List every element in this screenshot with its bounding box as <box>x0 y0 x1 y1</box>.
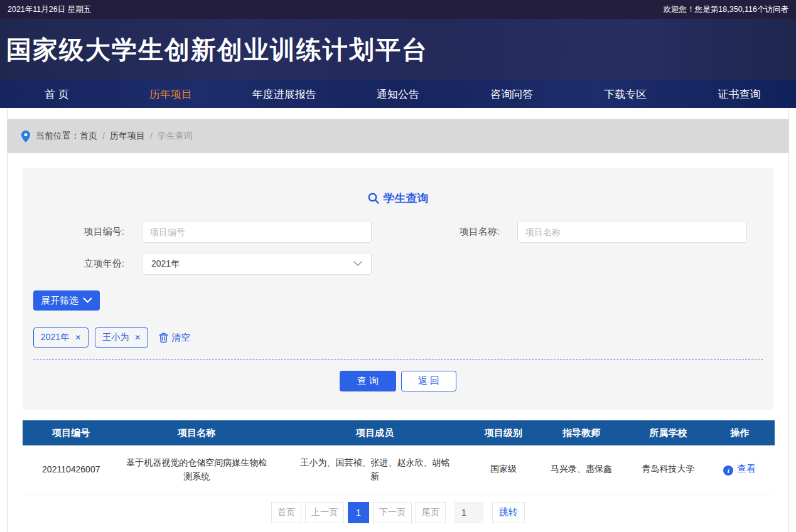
filter-tag-year[interactable]: 2021年 ✕ <box>33 327 89 348</box>
site-title: 国家级大学生创新创业训练计划平台 <box>0 33 428 67</box>
col-header-code: 项目编号 <box>23 420 120 445</box>
location-pin-icon <box>21 130 30 142</box>
col-header-level: 项目级别 <box>476 420 530 445</box>
page-jump-button[interactable]: 跳转 <box>492 502 525 523</box>
view-link[interactable]: 查看 <box>737 463 756 474</box>
year-select[interactable]: 2021年 <box>142 253 372 275</box>
cell-level: 国家级 <box>476 445 530 494</box>
clear-filters-label: 清空 <box>171 332 190 344</box>
year-select-value: 2021年 <box>151 258 180 270</box>
trash-icon <box>159 332 168 343</box>
breadcrumb-past-projects[interactable]: 历年项目 <box>110 130 145 142</box>
topbar-date: 2021年11月26日 星期五 <box>8 4 91 15</box>
remove-tag-icon[interactable]: ✕ <box>134 333 141 342</box>
col-header-members: 项目成员 <box>274 420 476 445</box>
expand-filter-button[interactable]: 展开筛选 <box>33 290 100 311</box>
page-number-current[interactable]: 1 <box>348 502 369 523</box>
breadcrumb-separator: / <box>150 131 153 141</box>
project-name-input[interactable] <box>517 221 747 243</box>
page-jump-input[interactable] <box>454 502 483 523</box>
filter-tag-label: 2021年 <box>41 332 69 343</box>
query-button[interactable]: 查 询 <box>340 371 396 391</box>
breadcrumb-home[interactable]: 首页 <box>80 130 97 142</box>
cell-project-name: 基于机器视觉的仓储空间病媒生物检测系统 <box>120 445 274 494</box>
nav-item-downloads[interactable]: 下载专区 <box>569 80 682 108</box>
cell-school: 青岛科技大学 <box>632 445 704 494</box>
search-icon <box>368 193 379 204</box>
topbar-welcome: 欢迎您！您是第18,350,116个访问者 <box>664 4 788 15</box>
remove-tag-icon[interactable]: ✕ <box>75 333 81 342</box>
nav-item-past-projects[interactable]: 历年项目 <box>114 80 227 108</box>
filter-tag-student[interactable]: 王小为 ✕ <box>95 327 148 348</box>
page-last-button[interactable]: 尾页 <box>416 502 446 523</box>
table-header-row: 项目编号 项目名称 项目成员 项目级别 指导教师 所属学校 操作 <box>23 420 775 445</box>
expand-filter-label: 展开筛选 <box>41 295 78 307</box>
nav-item-annual-report[interactable]: 年度进展报告 <box>227 80 341 108</box>
project-code-label: 项目编号: <box>23 226 142 238</box>
nav-item-notices[interactable]: 通知公告 <box>341 80 454 108</box>
breadcrumb-current: 学生查询 <box>158 130 193 142</box>
main-nav: 首 页 历年项目 年度进展报告 通知公告 咨询问答 下载专区 证书查询 <box>0 80 796 108</box>
col-header-school: 所属学校 <box>632 420 704 445</box>
year-label: 立项年份: <box>23 258 142 270</box>
cell-action: i查看 <box>705 445 775 494</box>
page-body: 当前位置： 首页 / 历年项目 / 学生查询 学生查询 项目编号: 项目名称: <box>7 108 789 532</box>
col-header-name: 项目名称 <box>120 420 274 445</box>
breadcrumb: 当前位置： 首页 / 历年项目 / 学生查询 <box>8 119 788 153</box>
nav-item-qa[interactable]: 咨询问答 <box>455 80 569 108</box>
info-icon: i <box>723 466 733 476</box>
cell-project-code: 202110426007 <box>23 445 120 494</box>
dashed-divider <box>33 359 763 359</box>
search-title: 学生查询 <box>23 191 773 206</box>
search-title-text: 学生查询 <box>384 191 429 206</box>
results-table: 项目编号 项目名称 项目成员 项目级别 指导教师 所属学校 操作 2021104… <box>23 420 775 494</box>
clear-filters-button[interactable]: 清空 <box>159 332 190 344</box>
project-name-label: 项目名称: <box>398 226 517 238</box>
topbar: 2021年11月26日 星期五 欢迎您！您是第18,350,116个访问者 <box>0 0 796 19</box>
back-button[interactable]: 返 回 <box>401 371 456 391</box>
site-header: 国家级大学生创新创业训练计划平台 <box>0 19 796 80</box>
filter-tag-label: 王小为 <box>102 332 129 343</box>
col-header-teachers: 指导教师 <box>531 420 632 445</box>
pagination: 首页 上一页 1 下一页 尾页 跳转 <box>8 502 788 523</box>
cell-members: 王小为、国芸祯、张进、赵永欣、胡铭新 <box>274 445 476 494</box>
breadcrumb-label: 当前位置： <box>36 130 80 142</box>
filter-tags-row: 2021年 ✕ 王小为 ✕ 清空 <box>33 327 773 348</box>
cell-teachers: 马兴录、惠保鑫 <box>531 445 632 494</box>
chevron-down-icon <box>83 297 92 304</box>
nav-item-certificate[interactable]: 证书查询 <box>682 80 796 108</box>
col-header-action: 操作 <box>705 420 775 445</box>
page-next-button[interactable]: 下一页 <box>373 502 412 523</box>
page-prev-button[interactable]: 上一页 <box>305 502 344 523</box>
chevron-down-icon <box>353 261 362 267</box>
breadcrumb-separator: / <box>102 131 105 141</box>
search-card: 学生查询 项目编号: 项目名称: 立项年份: 2021年 <box>23 168 773 410</box>
page-first-button[interactable]: 首页 <box>271 502 301 523</box>
table-row: 202110426007 基于机器视觉的仓储空间病媒生物检测系统 王小为、国芸祯… <box>23 445 775 494</box>
project-code-input[interactable] <box>142 221 372 243</box>
nav-item-home[interactable]: 首 页 <box>0 80 114 108</box>
